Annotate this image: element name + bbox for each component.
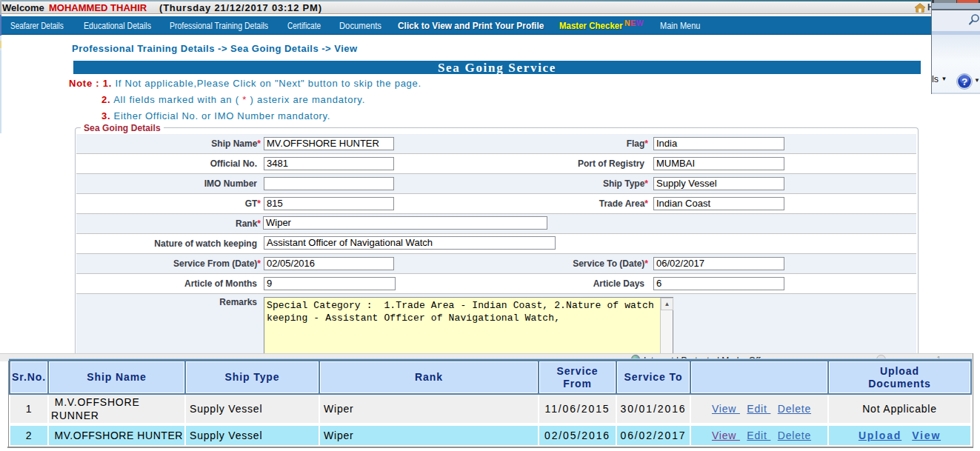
svg-text:?: ?	[961, 76, 967, 87]
